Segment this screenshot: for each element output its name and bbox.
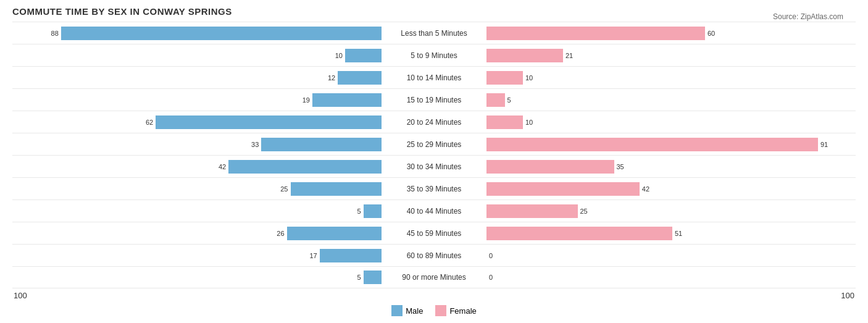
table-row: 17 60 to 89 Minutes 0 bbox=[12, 244, 856, 266]
female-bar bbox=[486, 49, 563, 62]
female-value: 0 bbox=[489, 252, 493, 259]
legend-female-box bbox=[435, 305, 446, 316]
female-value: 5 bbox=[507, 96, 511, 104]
row-label: 15 to 19 Minutes bbox=[382, 96, 486, 104]
row-label: 60 to 89 Minutes bbox=[382, 251, 486, 260]
legend-female-label: Female bbox=[449, 306, 476, 316]
right-section: 5 bbox=[486, 89, 856, 111]
table-row: 5 40 to 44 Minutes 25 bbox=[12, 199, 856, 222]
left-section: 25 bbox=[12, 178, 382, 199]
legend: Male Female bbox=[12, 305, 856, 316]
table-row: 62 20 to 24 Minutes 10 bbox=[12, 111, 856, 133]
male-bar bbox=[291, 182, 382, 196]
male-bar bbox=[261, 138, 382, 151]
right-section: 25 bbox=[486, 200, 856, 222]
legend-female: Female bbox=[435, 305, 476, 316]
legend-male-box bbox=[391, 305, 403, 316]
male-value: 62 bbox=[146, 119, 153, 126]
male-bar bbox=[320, 249, 382, 262]
legend-male-label: Male bbox=[406, 306, 423, 316]
male-value: 5 bbox=[357, 208, 361, 215]
female-value: 35 bbox=[617, 163, 624, 170]
row-label: 45 to 59 Minutes bbox=[382, 229, 486, 238]
female-value: 10 bbox=[525, 74, 533, 82]
female-value: 0 bbox=[489, 274, 493, 281]
left-section: 26 bbox=[12, 222, 382, 244]
right-section: 0 bbox=[486, 267, 856, 288]
chart-title: COMMUTE TIME BY SEX IN CONWAY SPRINGS bbox=[12, 6, 856, 17]
male-bar bbox=[312, 93, 382, 107]
right-section: 10 bbox=[486, 67, 856, 88]
male-bar bbox=[345, 49, 382, 62]
male-value: 10 bbox=[335, 52, 343, 59]
female-value: 42 bbox=[642, 185, 649, 193]
table-row: 33 25 to 29 Minutes 91 bbox=[12, 133, 856, 155]
male-value: 19 bbox=[303, 96, 310, 104]
female-value: 10 bbox=[525, 119, 533, 126]
female-value: 91 bbox=[820, 141, 828, 148]
female-value: 51 bbox=[675, 230, 682, 237]
male-bar bbox=[364, 204, 382, 218]
left-section: 12 bbox=[12, 67, 382, 88]
female-value: 25 bbox=[580, 208, 588, 215]
male-value: 25 bbox=[280, 185, 288, 193]
male-value: 17 bbox=[309, 252, 317, 259]
female-bar bbox=[486, 182, 640, 196]
male-bar bbox=[156, 115, 382, 129]
female-bar bbox=[486, 71, 523, 85]
row-label: 20 to 24 Minutes bbox=[382, 118, 486, 127]
male-value: 12 bbox=[328, 74, 335, 82]
female-bar bbox=[486, 160, 614, 174]
table-row: 25 35 to 39 Minutes 42 bbox=[12, 177, 856, 199]
axis-left: 100 bbox=[14, 291, 27, 300]
legend-male: Male bbox=[391, 305, 423, 316]
left-section: 88 bbox=[12, 22, 382, 44]
row-label: 35 to 39 Minutes bbox=[382, 185, 486, 193]
female-bar bbox=[486, 27, 705, 40]
right-section: 60 bbox=[486, 22, 856, 44]
axis-right: 100 bbox=[841, 291, 854, 300]
male-bar bbox=[228, 160, 382, 174]
left-section: 17 bbox=[12, 245, 382, 266]
left-section: 5 bbox=[12, 200, 382, 222]
left-section: 33 bbox=[12, 133, 382, 155]
table-row: 26 45 to 59 Minutes 51 bbox=[12, 222, 856, 244]
male-value: 88 bbox=[51, 30, 59, 37]
male-bar bbox=[61, 27, 382, 40]
row-label: 90 or more Minutes bbox=[382, 273, 486, 282]
right-section: 42 bbox=[486, 178, 856, 199]
row-label: 5 to 9 Minutes bbox=[382, 51, 486, 60]
right-section: 10 bbox=[486, 111, 856, 133]
table-row: 88 Less than 5 Minutes 60 bbox=[12, 22, 856, 44]
female-value: 60 bbox=[707, 30, 715, 37]
left-section: 42 bbox=[12, 156, 382, 177]
female-bar bbox=[486, 93, 505, 107]
table-row: 5 90 or more Minutes 0 bbox=[12, 266, 856, 288]
chart-area: 88 Less than 5 Minutes 60 10 5 to 9 Minu… bbox=[12, 22, 856, 300]
left-section: 62 bbox=[12, 111, 382, 133]
row-label: 40 to 44 Minutes bbox=[382, 207, 486, 216]
male-value: 42 bbox=[219, 163, 226, 170]
female-bar bbox=[486, 138, 818, 151]
left-section: 19 bbox=[12, 89, 382, 111]
table-row: 19 15 to 19 Minutes 5 bbox=[12, 88, 856, 111]
row-label: 25 to 29 Minutes bbox=[382, 140, 486, 149]
male-bar bbox=[338, 71, 382, 85]
source-label: Source: ZipAtlas.com bbox=[773, 12, 843, 21]
right-section: 21 bbox=[486, 44, 856, 66]
left-section: 10 bbox=[12, 44, 382, 66]
table-row: 10 5 to 9 Minutes 21 bbox=[12, 44, 856, 66]
table-row: 42 30 to 34 Minutes 35 bbox=[12, 155, 856, 177]
female-bar bbox=[486, 115, 523, 129]
right-section: 0 bbox=[486, 245, 856, 266]
table-row: 12 10 to 14 Minutes 10 bbox=[12, 66, 856, 88]
row-label: 10 to 14 Minutes bbox=[382, 73, 486, 82]
row-label: Less than 5 Minutes bbox=[382, 29, 486, 38]
left-section: 5 bbox=[12, 267, 382, 288]
right-section: 91 bbox=[486, 133, 856, 155]
right-section: 35 bbox=[486, 156, 856, 177]
female-value: 21 bbox=[565, 52, 573, 59]
male-bar bbox=[364, 271, 382, 284]
axis-labels: 100 100 bbox=[12, 291, 856, 300]
female-bar bbox=[486, 227, 672, 240]
